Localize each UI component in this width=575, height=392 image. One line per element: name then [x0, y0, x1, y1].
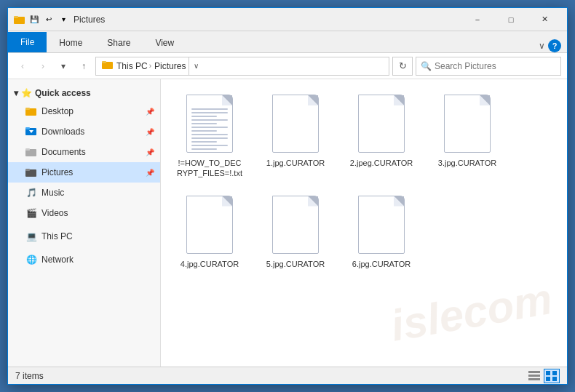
downloads-label: Downloads [41, 127, 84, 137]
path-sep-1: › [149, 62, 151, 70]
doc-line-1 [191, 108, 228, 110]
save-qs-icon[interactable]: 💾 [28, 14, 40, 25]
documents-pin-icon: 📌 [146, 148, 154, 156]
list-item[interactable]: !=HOW_TO_DEC RYPT_FILES=!.txt [170, 88, 250, 183]
main-area: ▾ ⭐ Quick access Desktop 📌 [8, 79, 567, 367]
file-icon-img-2 [355, 92, 408, 155]
tab-file[interactable]: File [8, 32, 47, 52]
sidebar-item-network[interactable]: 🌐 Network [8, 249, 160, 270]
tab-share[interactable]: Share [95, 32, 143, 52]
refresh-button[interactable]: ↻ [392, 57, 413, 76]
svg-rect-7 [25, 127, 30, 129]
ribbon-chevron: ∨ ? [533, 39, 567, 52]
svg-rect-10 [25, 148, 30, 151]
documents-label: Documents [41, 147, 86, 157]
list-item[interactable]: 5.jpg.CURATOR [255, 189, 336, 273]
this-pc-icon: 💻 [25, 231, 37, 242]
svg-rect-17 [552, 371, 557, 375]
dropdown-history-button[interactable]: ▾ [55, 57, 72, 75]
file-label-3: 3.jpg.CURATOR [438, 158, 496, 168]
svg-rect-1 [14, 16, 18, 18]
doc-line-8 [191, 134, 228, 135]
list-item[interactable]: 6.jpg.CURATOR [341, 189, 421, 273]
tab-home[interactable]: Home [47, 32, 95, 52]
path-this-pc[interactable]: This PC › [116, 61, 151, 71]
file-label-2: 2.jpeg.CURATOR [350, 158, 413, 168]
svg-rect-13 [528, 371, 540, 373]
quick-access-text: Quick access [35, 88, 91, 98]
path-pictures[interactable]: Pictures [154, 61, 186, 71]
pictures-pin-icon: 📌 [146, 169, 154, 177]
doc-lines-howto [191, 108, 228, 150]
svg-rect-14 [528, 375, 540, 377]
search-input[interactable] [435, 61, 556, 71]
tab-view[interactable]: View [143, 32, 186, 52]
large-icons-view-button[interactable] [544, 369, 560, 383]
path-icon [102, 60, 114, 72]
music-icon: 🎵 [25, 187, 37, 199]
sidebar-item-music[interactable]: 🎵 Music [8, 183, 160, 203]
sidebar-section-quick-access[interactable]: ▾ ⭐ Quick access [8, 85, 160, 101]
list-view-button[interactable] [526, 369, 542, 383]
svg-rect-5 [25, 108, 30, 110]
view-toggle [526, 369, 560, 383]
quick-access-label: ⭐ [21, 88, 32, 98]
status-bar: 7 items [8, 367, 567, 384]
sidebar-item-this-pc[interactable]: 💻 This PC [8, 226, 160, 247]
desktop-pin-icon: 📌 [146, 108, 154, 116]
list-item[interactable]: 1.jpg.CURATOR [255, 88, 336, 183]
sidebar-item-documents[interactable]: Documents 📌 [8, 142, 160, 162]
svg-rect-18 [546, 377, 550, 381]
doc-shape-howto [186, 95, 233, 153]
doc-line-7 [191, 130, 217, 132]
list-item[interactable]: 3.jpg.CURATOR [427, 88, 507, 183]
window-controls: − □ ✕ [461, 8, 561, 31]
videos-icon: 🎬 [25, 207, 37, 219]
music-label: Music [41, 188, 64, 198]
quick-save-bar: 💾 ↩ ▾ [28, 14, 69, 25]
doc-line-4 [191, 119, 228, 121]
forward-button[interactable]: › [34, 57, 52, 75]
svg-rect-19 [552, 377, 557, 381]
desktop-icon [25, 105, 37, 117]
doc-shape-4 [186, 196, 233, 254]
back-button[interactable]: ‹ [14, 57, 31, 75]
doc-line-3 [191, 116, 217, 117]
file-icon-img-4 [183, 193, 236, 256]
list-item[interactable]: 2.jpeg.CURATOR [341, 88, 421, 183]
doc-shape-1 [272, 95, 319, 153]
doc-line-6 [191, 127, 228, 128]
svg-rect-3 [102, 61, 106, 63]
network-label: Network [41, 255, 74, 265]
window-title: Pictures [74, 15, 461, 25]
path-dropdown-button[interactable]: ∨ [189, 57, 203, 76]
ribbon-collapse-icon[interactable]: ∨ [539, 41, 545, 51]
explorer-window: 💾 ↩ ▾ Pictures − □ ✕ File Home Share Vie… [7, 7, 568, 385]
undo-qs-icon[interactable]: ↩ [43, 14, 55, 25]
doc-line-12 [191, 148, 217, 150]
close-button[interactable]: ✕ [528, 8, 561, 31]
help-icon[interactable]: ? [548, 39, 561, 52]
maximize-button[interactable]: □ [494, 8, 528, 31]
doc-line-5 [191, 123, 217, 124]
file-label-1: 1.jpg.CURATOR [266, 158, 325, 168]
sidebar-item-pictures[interactable]: Pictures 📌 [8, 162, 160, 183]
search-bar: 🔍 [416, 57, 561, 76]
doc-line-11 [191, 145, 228, 146]
file-label-4: 4.jpg.CURATOR [181, 259, 239, 269]
up-button[interactable]: ↑ [75, 57, 92, 75]
file-icon-img-howto [183, 92, 236, 155]
address-path[interactable]: This PC › Pictures ∨ [95, 57, 389, 76]
list-item[interactable]: 4.jpg.CURATOR [170, 189, 250, 273]
pictures-path-label: Pictures [154, 61, 186, 71]
qs-dropdown-icon[interactable]: ▾ [58, 14, 69, 25]
minimize-button[interactable]: − [461, 8, 494, 31]
svg-rect-16 [546, 371, 550, 375]
sidebar-item-downloads[interactable]: Downloads 📌 [8, 121, 160, 142]
this-pc-sidebar-label: This PC [41, 231, 73, 241]
sidebar-item-videos[interactable]: 🎬 Videos [8, 203, 160, 223]
search-icon: 🔍 [421, 61, 432, 71]
sidebar-item-desktop[interactable]: Desktop 📌 [8, 101, 160, 121]
doc-line-9 [191, 137, 228, 139]
desktop-label: Desktop [41, 106, 74, 116]
